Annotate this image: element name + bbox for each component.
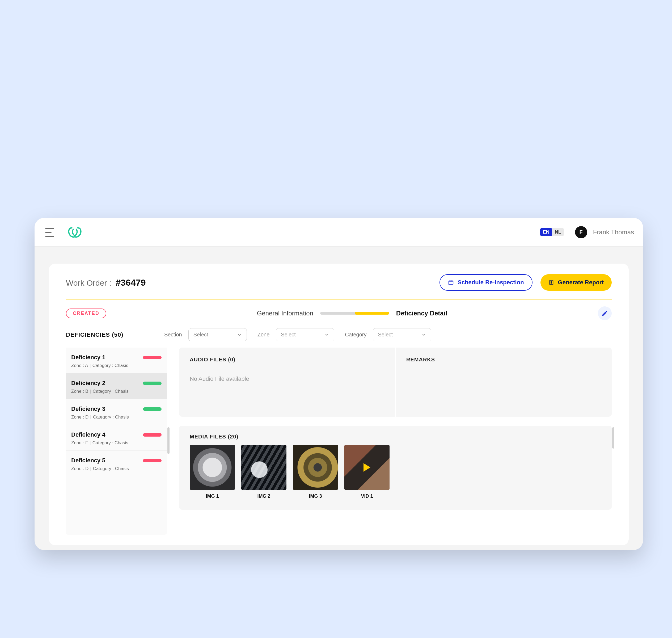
media-image-item[interactable]: IMG 2 [241, 445, 286, 499]
media-thumbnail[interactable] [293, 445, 338, 490]
deficiency-status-pill [143, 356, 162, 359]
generate-report-button[interactable]: Generate Report [540, 274, 612, 291]
schedule-label: Schedule Re-Inspection [457, 279, 524, 286]
detail-panels: AUDIO FILES (0) No Audio File available … [179, 348, 612, 535]
deficiency-status-pill [143, 382, 162, 385]
audio-panel: AUDIO FILES (0) No Audio File available [179, 348, 396, 417]
deficiency-status-pill [143, 459, 162, 463]
work-order-label: Work Order : [66, 279, 111, 287]
deficiency-item[interactable]: Deficiency 1Zone : A|Category : Chasis [66, 348, 167, 373]
section-filter-label: Section [164, 332, 182, 338]
media-thumbnail[interactable] [190, 445, 235, 490]
deficiency-subtitle: Zone : B|Category : Chasis [71, 389, 162, 394]
zone-select-value: Select [281, 332, 296, 338]
deficiency-subtitle: Zone : F|Category : Chasis [71, 440, 162, 446]
category-select[interactable]: Select [373, 328, 431, 341]
detail-scrollbar[interactable] [612, 427, 614, 449]
media-video-item[interactable]: VID 1 [345, 445, 389, 499]
remarks-panel: REMARKS [396, 348, 612, 417]
media-grid: IMG 1IMG 2IMG 3VID 1 [190, 445, 601, 499]
play-icon [345, 445, 389, 490]
chevron-down-icon [421, 332, 426, 337]
deficiency-item[interactable]: Deficiency 3Zone : D|Category : Chasis [66, 399, 167, 425]
audio-title: AUDIO FILES (0) [190, 357, 385, 363]
logo-icon [67, 226, 83, 239]
media-caption: IMG 3 [309, 493, 322, 499]
lang-nl[interactable]: NL [552, 228, 564, 236]
deficiency-item[interactable]: Deficiency 2Zone : B|Category : Chasis [66, 373, 167, 399]
deficiency-title: Deficiency 2 [71, 380, 105, 387]
user-name: Frank Thomas [593, 229, 634, 236]
app-window: EN NL F Frank Thomas Work Order : #36479… [35, 218, 643, 550]
tab-progress [320, 312, 389, 315]
work-order-number: #36479 [116, 278, 146, 288]
deficiency-list[interactable]: Deficiency 1Zone : A|Category : ChasisDe… [66, 348, 167, 535]
category-select-value: Select [378, 332, 393, 338]
deficiencies-heading: DEFICIENCIES (50) [66, 331, 154, 338]
report-label: Generate Report [558, 279, 604, 286]
report-icon [549, 280, 554, 285]
deficiency-title: Deficiency 4 [71, 431, 105, 438]
tab-row: CREATED General Information Deficiency D… [49, 300, 629, 320]
media-caption: IMG 1 [206, 493, 219, 499]
avatar: F [575, 226, 587, 238]
work-order-title: Work Order : #36479 [66, 278, 146, 288]
edit-button[interactable] [598, 306, 612, 320]
category-filter-label: Category [345, 332, 366, 338]
top-bar: EN NL F Frank Thomas [35, 218, 643, 247]
media-caption: IMG 2 [257, 493, 270, 499]
zone-select[interactable]: Select [276, 328, 334, 341]
section-select[interactable]: Select [188, 328, 247, 341]
tab-general-info[interactable]: General Information [257, 309, 313, 317]
zone-filter-label: Zone [257, 332, 270, 338]
svg-rect-0 [449, 281, 453, 285]
deficiency-subtitle: Zone : A|Category : Chasis [71, 363, 162, 368]
deficiency-scrollbar[interactable] [167, 427, 169, 454]
deficiency-subtitle: Zone : D|Category : Chasis [71, 466, 162, 471]
app-logo[interactable] [67, 226, 83, 239]
section-select-value: Select [194, 332, 208, 338]
media-image-item[interactable]: IMG 3 [293, 445, 338, 499]
media-title: MEDIA FILES (20) [190, 434, 601, 440]
media-panel: MEDIA FILES (20) IMG 1IMG 2IMG 3VID 1 [179, 426, 612, 510]
user-menu[interactable]: F Frank Thomas [575, 226, 634, 238]
deficiency-item[interactable]: Deficiency 5Zone : D|Category : Chasis [66, 451, 167, 476]
media-thumbnail[interactable] [241, 445, 286, 490]
media-image-item[interactable]: IMG 1 [190, 445, 235, 499]
deficiency-status-pill [143, 407, 162, 411]
body-row: Deficiency 1Zone : A|Category : ChasisDe… [49, 348, 629, 545]
calendar-icon [448, 280, 454, 285]
filters-row: DEFICIENCIES (50) Section Select Zone Se… [49, 320, 629, 348]
card-header: Work Order : #36479 Schedule Re-Inspecti… [49, 264, 629, 299]
lang-en[interactable]: EN [540, 228, 552, 236]
menu-icon[interactable] [45, 228, 54, 237]
remarks-title: REMARKS [406, 357, 601, 363]
deficiency-subtitle: Zone : D|Category : Chasis [71, 415, 162, 420]
schedule-reinspection-button[interactable]: Schedule Re-Inspection [439, 274, 532, 291]
deficiency-title: Deficiency 1 [71, 354, 105, 361]
deficiency-status-pill [143, 433, 162, 437]
deficiency-title: Deficiency 3 [71, 405, 105, 413]
pencil-icon [602, 310, 608, 317]
deficiency-title: Deficiency 5 [71, 457, 105, 464]
language-toggle[interactable]: EN NL [540, 228, 564, 236]
status-badge: CREATED [66, 308, 106, 318]
deficiency-item[interactable]: Deficiency 4Zone : F|Category : Chasis [66, 425, 167, 451]
chevron-down-icon [237, 332, 242, 337]
media-caption: VID 1 [361, 493, 373, 499]
chevron-down-icon [324, 332, 329, 337]
media-thumbnail[interactable] [345, 445, 389, 490]
audio-remarks-panel: AUDIO FILES (0) No Audio File available … [179, 348, 612, 417]
tab-deficiency-detail[interactable]: Deficiency Detail [396, 309, 447, 317]
content-card: Work Order : #36479 Schedule Re-Inspecti… [49, 264, 629, 545]
audio-empty: No Audio File available [190, 375, 385, 382]
